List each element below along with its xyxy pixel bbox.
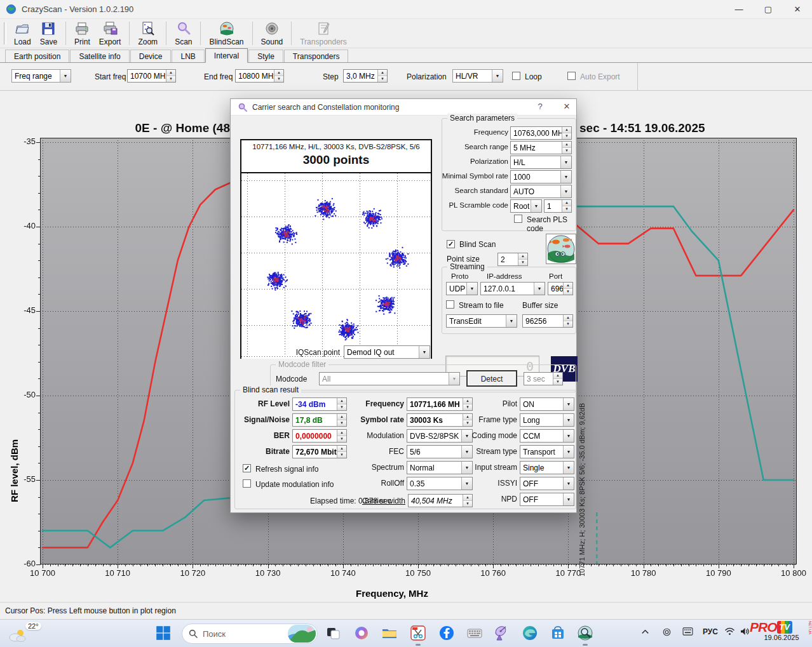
sound-button[interactable]: Sound [257,20,288,47]
start-freq-input[interactable]: 10700 MHz ▲▼ [127,69,176,83]
search-highlight-image[interactable] [288,625,316,643]
chevron-down-icon[interactable]: ▼ [534,283,545,295]
tab-satellite-info[interactable]: Satellite info [70,50,129,62]
spinner-arrows-icon[interactable]: ▲▼ [563,283,572,295]
volume-tray-icon[interactable] [740,627,750,637]
buffer-size-input[interactable]: 96256 ▲▼ [522,314,573,328]
update-modulation-info-checkbox[interactable] [243,479,251,488]
on-screen-keyboard-taskbar-button[interactable] [466,625,483,641]
chevron-down-icon[interactable]: ▼ [492,70,503,82]
toolbar-grip[interactable] [4,22,6,44]
search-pls-code-checkbox[interactable] [514,215,522,223]
search-range-input[interactable]: 5 MHz▲▼ [510,141,572,154]
tab-device[interactable]: Device [130,50,172,62]
dialog-close-button[interactable]: ✕ [558,102,575,111]
npd-select[interactable]: OFF▼ [520,493,574,506]
secure-ring-tray-icon[interactable] [662,627,672,639]
spinner-arrows-icon[interactable]: ▲▼ [562,127,571,139]
iqscan-point-select[interactable]: Demod IQ out ▼ [344,345,430,359]
taskbar-search-input[interactable]: Поиск [182,624,318,644]
ip-address-select[interactable]: 127.0.0.1 ▼ [480,282,545,295]
coding-mode-select[interactable]: CCM▼ [520,429,574,443]
task-view-taskbar-button[interactable] [325,625,342,641]
touch-keyboard-tray-icon[interactable] [682,627,693,637]
chevron-down-icon[interactable]: ▼ [563,414,574,426]
wifi-tray-icon[interactable] [724,627,735,637]
chevron-down-icon[interactable]: ▼ [506,315,517,327]
export-button[interactable]: Export [95,20,126,47]
scan-button[interactable]: Scan [170,20,196,47]
stream-type-select[interactable]: Transport▼ [520,445,574,458]
edge-taskbar-button[interactable] [522,625,538,641]
tab-earth-position[interactable]: Earth position [5,50,69,62]
chevron-down-icon[interactable]: ▼ [563,398,574,410]
window-close-button[interactable]: ✕ [783,0,812,18]
chevron-down-icon[interactable]: ▼ [560,171,571,183]
blind-scan-checkbox[interactable]: ✓ [447,240,455,248]
load-button[interactable]: Load [10,20,36,47]
step-input[interactable]: 3,0 MHz ▲▼ [343,69,388,83]
copilot-taskbar-button[interactable] [353,625,370,641]
chevron-down-icon[interactable]: ▼ [563,446,574,458]
detect-button[interactable]: Detect [466,370,517,387]
spinner-arrows-icon[interactable]: ▲▼ [518,253,527,265]
start-button[interactable] [155,625,172,641]
chevron-down-icon[interactable]: ▼ [563,477,574,490]
print-button[interactable]: Print [70,20,95,47]
file-explorer-taskbar-button[interactable] [381,625,398,641]
chevron-down-icon[interactable]: ▼ [466,283,477,295]
refresh-signal-info-checkbox[interactable]: ✓ [243,464,251,472]
chevron-up-tray-icon[interactable] [640,627,650,639]
window-maximize-button[interactable]: ▢ [754,0,783,18]
auto-export-checkbox[interactable] [567,72,576,80]
loop-checkbox[interactable] [512,72,520,80]
spinner-arrows-icon[interactable]: ▲▼ [562,200,571,212]
search-standard-select[interactable]: AUTO▼ [510,185,572,198]
pilot-select[interactable]: ON▼ [520,397,574,411]
chevron-down-icon[interactable]: ▼ [560,185,571,197]
blindscan-button[interactable]: BlindScan [205,20,248,47]
input-stream-select[interactable]: Single▼ [520,461,574,474]
tab-interval[interactable]: Interval [205,48,248,63]
carrier-width-link[interactable]: Carrier width [353,497,405,505]
window-minimize-button[interactable]: — [724,0,754,18]
pl-scramble-value-input[interactable]: 1▲▼ [544,199,572,213]
chevron-down-icon[interactable]: ▼ [563,430,574,442]
spinner-arrows-icon[interactable]: ▲▼ [274,70,283,82]
frame-type-select[interactable]: Long▼ [520,413,574,427]
chevron-down-icon[interactable]: ▼ [531,200,541,212]
chevron-down-icon[interactable]: ▼ [563,462,574,474]
facebook-taskbar-button[interactable] [438,625,455,641]
zoom-button[interactable]: Zoom [133,20,162,47]
blindscan-image-button[interactable] [546,234,576,264]
spinner-arrows-icon[interactable]: ▲▼ [553,373,562,385]
pl-scramble-root-select[interactable]: Root▼ [510,199,542,213]
chevron-down-icon[interactable]: ▼ [419,346,430,358]
detect-interval-input[interactable]: 3 sec ▲▼ [524,372,563,385]
point-size-input[interactable]: 2 ▲▼ [497,253,528,266]
dialog-titlebar[interactable]: Carrier search and Constellation monitor… [231,99,576,116]
port-input[interactable]: 6969 ▲▼ [548,282,573,295]
tab-transponders[interactable]: Transponders [284,50,349,62]
tab-lnb[interactable]: LNB [172,50,204,62]
chevron-down-icon[interactable]: ▼ [60,70,71,82]
polarization-select[interactable]: HL/VR ▼ [452,69,503,83]
satellite-app-taskbar-button[interactable] [494,625,510,641]
chevron-down-icon[interactable]: ▼ [560,156,571,168]
crazyscan-app-taskbar-button[interactable] [577,625,593,641]
spinner-arrows-icon[interactable]: ▲▼ [563,315,572,327]
spinner-arrows-icon[interactable]: ▲▼ [377,70,387,82]
chevron-down-icon[interactable]: ▼ [563,493,574,505]
stream-to-file-checkbox[interactable] [446,300,454,309]
dialog-help-button[interactable]: ? [532,102,548,111]
microsoft-store-taskbar-button[interactable] [550,625,566,641]
polarization-select[interactable]: H/L▼ [510,156,572,169]
minimal-symbol-rate-select[interactable]: 1000▼ [510,170,572,183]
spinner-arrows-icon[interactable]: ▲▼ [166,70,175,82]
weather-widget[interactable]: 22° [6,621,44,646]
proto-select[interactable]: UDP ▼ [446,282,478,295]
language-indicator[interactable]: РУС [703,627,718,636]
spinner-arrows-icon[interactable]: ▲▼ [562,142,571,154]
freq-range-select[interactable]: Freq range ▼ [11,69,71,83]
end-freq-input[interactable]: 10800 MHz ▲▼ [235,69,284,83]
